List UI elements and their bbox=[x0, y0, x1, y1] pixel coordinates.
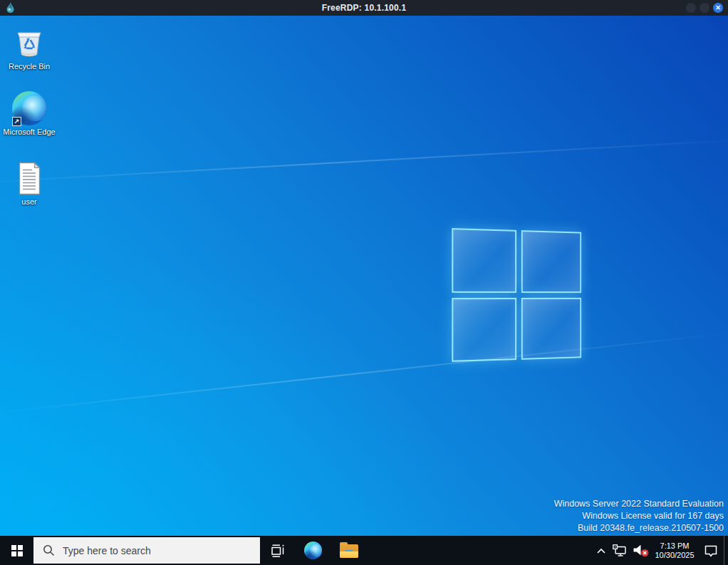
system-tray: 7:13 PM 10/30/2025 bbox=[593, 536, 728, 565]
minimize-button[interactable] bbox=[686, 3, 696, 13]
file-explorer-icon bbox=[340, 543, 358, 558]
volume-tray-button[interactable] bbox=[630, 536, 651, 565]
clock-time: 7:13 PM bbox=[651, 541, 698, 551]
freerdp-app-icon bbox=[5, 2, 16, 14]
windows-start-icon bbox=[11, 545, 23, 556]
desktop-icon-label: Recycle Bin bbox=[9, 62, 50, 71]
volume-muted-icon bbox=[632, 544, 650, 557]
clock-date: 10/30/2025 bbox=[651, 551, 698, 560]
show-desktop-button[interactable] bbox=[724, 536, 728, 565]
search-icon bbox=[43, 544, 55, 556]
task-view-button[interactable] bbox=[266, 536, 288, 565]
taskbar-clock[interactable]: 7:13 PM 10/30/2025 bbox=[651, 541, 698, 560]
desktop-icon-user-document[interactable]: user bbox=[1, 158, 57, 207]
shortcut-arrow-icon: ↗ bbox=[12, 117, 21, 126]
edge-icon bbox=[304, 541, 322, 559]
freerdp-window: FreeRDP: 10.1.100.1 ✕ bbox=[0, 0, 728, 565]
window-title: FreeRDP: 10.1.100.1 bbox=[0, 3, 728, 13]
desktop-icon-label: user bbox=[21, 197, 36, 207]
windows-flag-logo-icon bbox=[452, 228, 581, 362]
watermark-line: Windows License valid for 167 days bbox=[554, 510, 724, 522]
edge-taskbar-button[interactable] bbox=[302, 536, 324, 565]
recycle-bin-icon bbox=[13, 27, 46, 60]
text-document-icon bbox=[15, 162, 43, 195]
desktop-wallpaper[interactable]: Recycle Bin ↗ Microsoft Edge bbox=[0, 16, 728, 536]
maximize-button[interactable] bbox=[700, 3, 709, 13]
task-view-icon bbox=[269, 544, 286, 558]
network-icon bbox=[612, 544, 628, 557]
chevron-up-icon bbox=[596, 547, 606, 554]
search-input[interactable] bbox=[63, 545, 241, 556]
window-controls: ✕ bbox=[686, 3, 723, 13]
close-button[interactable]: ✕ bbox=[713, 3, 723, 13]
taskbar: 7:13 PM 10/30/2025 bbox=[0, 536, 728, 565]
license-watermark: Windows Server 2022 Standard Evaluation … bbox=[554, 498, 724, 534]
desktop-icon-label: Microsoft Edge bbox=[3, 128, 55, 137]
light-ray bbox=[0, 138, 728, 185]
watermark-line: Windows Server 2022 Standard Evaluation bbox=[554, 498, 724, 510]
action-center-icon bbox=[703, 544, 719, 558]
watermark-line: Build 20348.fe_release.210507-1500 bbox=[554, 522, 724, 534]
taskbar-search[interactable] bbox=[33, 537, 260, 564]
action-center-button[interactable] bbox=[698, 536, 724, 565]
network-tray-button[interactable] bbox=[610, 536, 630, 565]
start-button[interactable] bbox=[0, 536, 33, 565]
file-explorer-button[interactable] bbox=[338, 536, 360, 565]
titlebar[interactable]: FreeRDP: 10.1.100.1 ✕ bbox=[0, 0, 728, 16]
tray-expand-button[interactable] bbox=[593, 536, 610, 565]
desktop-icon-recycle-bin[interactable]: Recycle Bin bbox=[1, 23, 57, 71]
desktop-icon-microsoft-edge[interactable]: ↗ Microsoft Edge bbox=[1, 88, 57, 137]
light-ray bbox=[0, 332, 728, 415]
